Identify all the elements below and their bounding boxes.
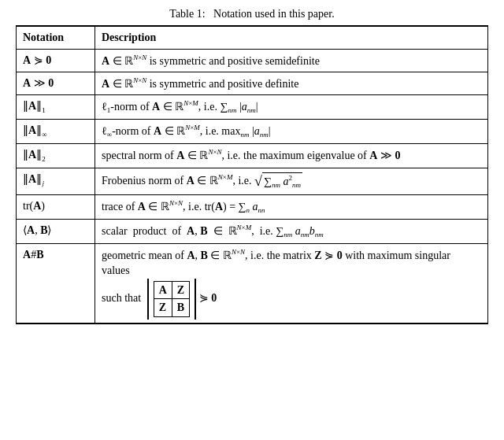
- table-row: A ≫ 0 A ∈ ℝN×N is symmetric and positive…: [17, 72, 488, 94]
- notation-cell: A ≫ 0: [17, 72, 95, 94]
- matrix-cell-z1: Z: [172, 281, 189, 299]
- desc-cell: ℓ1-norm of A ∈ ℝN×M, i.e. ∑nm |anm|: [95, 95, 488, 120]
- matrix-cell-b: B: [172, 299, 189, 317]
- notation-cell: A ⋟ 0: [17, 49, 95, 72]
- desc-cell: ℓ∞-norm of A ∈ ℝN×M, i.e. maxnm |anm|: [95, 120, 488, 144]
- matrix-cell-z2: Z: [154, 299, 172, 317]
- notation-cell: ‖A‖2: [17, 144, 95, 168]
- desc-cell: spectral norm of A ∈ ℝN×N, i.e. the maxi…: [95, 144, 488, 168]
- notation-cell: ‖A‖∞: [17, 120, 95, 144]
- notation-cell: ‖A‖1: [17, 95, 95, 120]
- notation-cell: A#B: [17, 243, 95, 324]
- table-row: ‖A‖𝔧 Frobenius norm of A ∈ ℝN×M, i.e. √∑…: [17, 168, 488, 194]
- matrix-expression: A Z Z B: [147, 279, 196, 320]
- desc-cell: scalar product of A, B ∈ ℝN×M, i.e. ∑nm …: [95, 219, 488, 243]
- matrix-cell-a: A: [154, 281, 172, 299]
- caption-description: Notation used in this paper.: [208, 8, 335, 20]
- table-row: tr(A) trace of A ∈ ℝN×N, i.e. tr(A) = ∑n…: [17, 194, 488, 219]
- desc-cell: Frobenius norm of A ∈ ℝN×M, i.e. √∑nm a2…: [95, 168, 488, 194]
- page-container: Table 1: Notation used in this paper. No…: [16, 8, 488, 324]
- sqrt-content: ∑nm a2nm: [262, 172, 302, 190]
- table-row: ‖A‖∞ ℓ∞-norm of A ∈ ℝN×M, i.e. maxnm |an…: [17, 120, 488, 144]
- notation-cell: ⟨A, B⟩: [17, 219, 95, 243]
- matrix-row-2: Z B: [154, 299, 189, 317]
- table-row: A ⋟ 0 A ∈ ℝN×N is symmetric and positive…: [17, 49, 488, 72]
- matrix-bracket: A Z Z B: [147, 279, 196, 320]
- table-caption: Table 1: Notation used in this paper.: [16, 8, 488, 20]
- notation-table: Notation Description A ⋟ 0 A ∈ ℝN×N is s…: [16, 25, 488, 324]
- matrix-row-1: A Z: [154, 281, 189, 299]
- sqrt-formula: √∑nm a2nm: [254, 172, 302, 191]
- caption-table-number: Table 1:: [169, 8, 205, 20]
- table-header-row: Notation Description: [17, 26, 488, 49]
- matrix-inner-table: A Z Z B: [154, 281, 190, 317]
- desc-cell: A ∈ ℝN×N is symmetric and positive defin…: [95, 72, 488, 94]
- table-row: A#B geometric mean of A, B ∈ ℝN×N, i.e. …: [17, 243, 488, 324]
- header-description: Description: [95, 26, 488, 49]
- table-row: ⟨A, B⟩ scalar product of A, B ∈ ℝN×M, i.…: [17, 219, 488, 243]
- notation-cell: tr(A): [17, 194, 95, 219]
- header-notation: Notation: [17, 26, 95, 49]
- table-row: ‖A‖1 ℓ1-norm of A ∈ ℝN×M, i.e. ∑nm |anm|: [17, 95, 488, 120]
- desc-cell: A ∈ ℝN×N is symmetric and positive semid…: [95, 49, 488, 72]
- desc-cell: geometric mean of A, B ∈ ℝN×N, i.e. the …: [95, 243, 488, 324]
- desc-cell: trace of A ∈ ℝN×N, i.e. tr(A) = ∑n ann: [95, 194, 488, 219]
- sqrt-symbol: √: [254, 173, 262, 189]
- table-row: ‖A‖2 spectral norm of A ∈ ℝN×N, i.e. the…: [17, 144, 488, 168]
- notation-cell: ‖A‖𝔧: [17, 168, 95, 194]
